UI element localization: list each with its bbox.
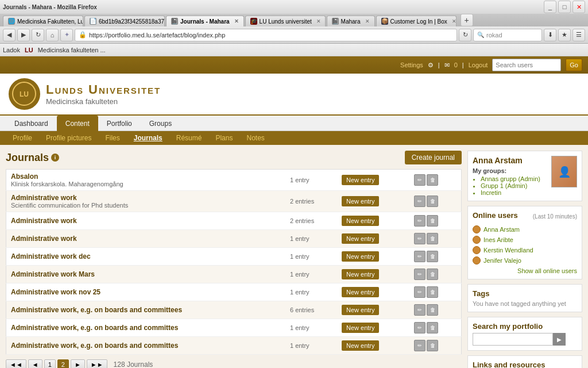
edit-icon-0[interactable]: ✏ bbox=[414, 174, 425, 186]
subnav-journals[interactable]: Journals bbox=[127, 131, 169, 145]
journal-name-link-3[interactable]: Administrative work bbox=[11, 235, 281, 243]
new-entry-button-1[interactable]: New entry bbox=[342, 196, 380, 206]
mail-count[interactable]: 0 bbox=[454, 62, 458, 68]
bookmark-medfak[interactable]: Medicinska fakulteten ... bbox=[38, 47, 106, 53]
edit-icon-2[interactable]: ✏ bbox=[414, 215, 425, 227]
tab-dashboard[interactable]: Dashboard bbox=[6, 116, 57, 131]
last-page-button[interactable]: ►► bbox=[87, 359, 107, 368]
back-button[interactable]: ◀ bbox=[3, 29, 16, 41]
forward-button[interactable]: ▶ bbox=[17, 29, 30, 41]
first-page-button[interactable]: ◄◄ bbox=[6, 359, 26, 368]
edit-icon-3[interactable]: ✏ bbox=[414, 233, 425, 244]
journal-name-link-6[interactable]: Administrative work nov 25 bbox=[11, 288, 281, 296]
online-user-link-2[interactable]: Kerstin Wendland bbox=[483, 247, 533, 254]
downloads-button[interactable]: ⬇ bbox=[544, 29, 556, 41]
reload-button[interactable]: ↻ bbox=[32, 29, 44, 41]
edit-icon-7[interactable]: ✏ bbox=[414, 304, 425, 316]
bookmark-ladok[interactable]: Ladok bbox=[3, 47, 20, 53]
journal-name-link-5[interactable]: Administrative work Mars bbox=[11, 270, 281, 278]
subnav-files[interactable]: Files bbox=[98, 131, 126, 145]
edit-icon-1[interactable]: ✏ bbox=[414, 195, 425, 207]
new-entry-button-0[interactable]: New entry bbox=[342, 175, 380, 185]
edit-icon-4[interactable]: ✏ bbox=[414, 251, 425, 262]
new-entry-button-4[interactable]: New entry bbox=[342, 251, 380, 262]
tab-groups[interactable]: Groups bbox=[141, 116, 180, 131]
page-1-button[interactable]: 1 bbox=[44, 359, 56, 368]
bookmarks-button[interactable]: ★ bbox=[558, 29, 571, 41]
new-tab-button[interactable]: + bbox=[461, 14, 473, 26]
browser-tab-4[interactable]: 📓 Mahara ✕ bbox=[327, 16, 375, 26]
address-bar[interactable]: 🔒 https://portfolio.med.lu.se/artefact/b… bbox=[75, 29, 457, 41]
delete-icon-2[interactable]: 🗑 bbox=[427, 215, 438, 227]
journal-name-link-1[interactable]: Administrative work bbox=[11, 194, 281, 202]
group-item-2[interactable]: Incretin bbox=[481, 189, 540, 196]
browser-tab-2[interactable]: 📓 Journals - Mahara ✕ bbox=[166, 16, 244, 26]
tab-close-5[interactable]: ✕ bbox=[452, 18, 457, 24]
group-item-1[interactable]: Grupp 1 (Admin) bbox=[481, 182, 540, 189]
delete-icon-9[interactable]: 🗑 bbox=[427, 340, 438, 351]
logout-link[interactable]: Logout bbox=[469, 62, 488, 68]
info-icon[interactable]: i bbox=[51, 154, 59, 162]
minimize-button[interactable]: _ bbox=[544, 1, 556, 13]
search-users-input[interactable] bbox=[492, 59, 561, 71]
delete-icon-5[interactable]: 🗑 bbox=[427, 269, 438, 280]
subnav-resume[interactable]: Résumé bbox=[169, 131, 209, 145]
page-2-button[interactable]: 2 bbox=[57, 359, 69, 368]
tab-close-2[interactable]: ✕ bbox=[234, 18, 239, 24]
online-user-link-3[interactable]: Jenifer Valejo bbox=[483, 257, 521, 264]
journal-name-link-9[interactable]: Administrative work, e.g. on boards and … bbox=[11, 342, 281, 350]
online-user-link-0[interactable]: Anna Arstam bbox=[483, 226, 520, 233]
journal-name-link-4[interactable]: Administrative work dec bbox=[11, 252, 281, 260]
new-entry-button-3[interactable]: New entry bbox=[342, 233, 380, 244]
delete-icon-0[interactable]: 🗑 bbox=[427, 174, 438, 186]
delete-icon-3[interactable]: 🗑 bbox=[427, 233, 438, 244]
delete-icon-8[interactable]: 🗑 bbox=[427, 322, 438, 334]
menu-button[interactable]: ☰ bbox=[572, 29, 585, 41]
tab-close-3[interactable]: ✕ bbox=[316, 18, 321, 24]
edit-icon-5[interactable]: ✏ bbox=[414, 269, 425, 280]
prev-page-button[interactable]: ◄ bbox=[28, 359, 42, 368]
browser-tab-5[interactable]: 📦 Customer Log In | Box ✕ bbox=[376, 16, 457, 26]
search-portfolio-input[interactable] bbox=[473, 333, 553, 346]
bookmark-lu[interactable]: LU bbox=[25, 47, 33, 53]
tab-content[interactable]: Content bbox=[57, 116, 98, 131]
refresh-button[interactable]: ↻ bbox=[459, 29, 471, 41]
maximize-button[interactable]: □ bbox=[558, 1, 571, 13]
browser-tab-1[interactable]: 📄 6bd1b9a23f34255818a375... ✕ bbox=[84, 16, 165, 26]
subnav-notes[interactable]: Notes bbox=[239, 131, 271, 145]
subnav-profile-pictures[interactable]: Profile pictures bbox=[39, 131, 98, 145]
new-entry-button-8[interactable]: New entry bbox=[342, 323, 380, 333]
browser-tab-0[interactable]: 🌐 Medicinska Fakulteten, Lu... ✕ bbox=[3, 16, 83, 26]
journal-name-link-8[interactable]: Administrative work, e.g. on boards and … bbox=[11, 324, 281, 332]
tab-close-4[interactable]: ✕ bbox=[365, 18, 370, 24]
new-entry-button-5[interactable]: New entry bbox=[342, 269, 380, 279]
search-portfolio-button[interactable]: ▶ bbox=[553, 333, 566, 346]
browser-tab-3[interactable]: 🎓 LU Lunds universitet ✕ bbox=[245, 16, 326, 26]
new-entry-button-2[interactable]: New entry bbox=[342, 216, 380, 226]
new-entry-button-7[interactable]: New entry bbox=[342, 305, 380, 315]
close-button[interactable]: ✕ bbox=[572, 1, 585, 13]
delete-icon-1[interactable]: 🗑 bbox=[427, 195, 438, 207]
subnav-profile[interactable]: Profile bbox=[6, 131, 39, 145]
edit-icon-8[interactable]: ✏ bbox=[414, 322, 425, 334]
delete-icon-7[interactable]: 🗑 bbox=[427, 304, 438, 316]
next-page-button[interactable]: ► bbox=[71, 359, 85, 368]
journal-name-link-2[interactable]: Administrative work bbox=[11, 217, 281, 225]
online-user-link-1[interactable]: Ines Aribte bbox=[483, 236, 513, 243]
go-button[interactable]: Go bbox=[566, 59, 582, 71]
subnav-plans[interactable]: Plans bbox=[208, 131, 239, 145]
show-all-online-link[interactable]: Show all online users bbox=[473, 267, 577, 274]
create-journal-button[interactable]: Create journal bbox=[405, 151, 462, 164]
tab-portfolio[interactable]: Portfolio bbox=[98, 116, 141, 131]
new-entry-button-6[interactable]: New entry bbox=[342, 287, 380, 297]
new-entry-button-9[interactable]: New entry bbox=[342, 340, 380, 351]
journal-name-link-7[interactable]: Administrative work, e.g. on boards and … bbox=[11, 306, 281, 314]
edit-icon-6[interactable]: ✏ bbox=[414, 286, 425, 298]
edit-icon-9[interactable]: ✏ bbox=[414, 340, 425, 351]
browser-search-bar[interactable]: 🔍 rokad bbox=[473, 29, 542, 41]
settings-link[interactable]: Settings bbox=[400, 62, 423, 68]
home-button[interactable]: ⌂ bbox=[46, 29, 59, 41]
star-button[interactable]: ✦ bbox=[60, 29, 73, 41]
delete-icon-4[interactable]: 🗑 bbox=[427, 251, 438, 262]
journal-name-link-0[interactable]: Absalon bbox=[11, 172, 281, 181]
